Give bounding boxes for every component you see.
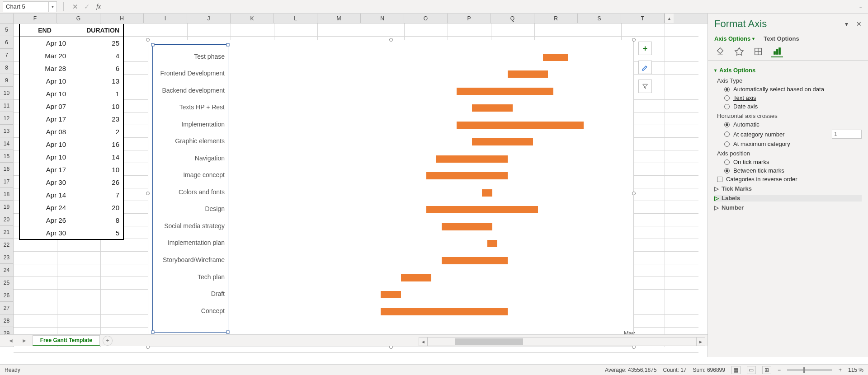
- table-row[interactable]: Apr 1710: [20, 163, 123, 176]
- table-row[interactable]: Apr 1013: [20, 75, 123, 87]
- hx-category-input[interactable]: [832, 130, 862, 139]
- name-box-dropdown-icon[interactable]: ▾: [48, 2, 57, 12]
- resize-handle[interactable]: [146, 38, 150, 42]
- row-header[interactable]: 27: [0, 302, 13, 314]
- zoom-slider[interactable]: [787, 369, 832, 371]
- row-header[interactable]: 17: [0, 175, 13, 188]
- zoom-level[interactable]: 115 %: [848, 367, 863, 373]
- row-header[interactable]: 15: [0, 150, 13, 163]
- radio-ap-between[interactable]: Between tick marks: [724, 167, 862, 174]
- row-header[interactable]: 10: [0, 87, 13, 99]
- gantt-bar[interactable]: [457, 122, 584, 129]
- axis-handle[interactable]: [151, 331, 155, 334]
- gantt-chart-object[interactable]: Test phaseFrontend DevelopmentBackend de…: [148, 40, 634, 347]
- row-header[interactable]: 14: [0, 137, 13, 150]
- column-header[interactable]: G: [57, 14, 100, 23]
- size-properties-icon[interactable]: [752, 46, 764, 57]
- select-all-corner[interactable]: [0, 14, 14, 23]
- column-header[interactable]: I: [144, 14, 187, 23]
- row-header[interactable]: 8: [0, 61, 13, 74]
- row-header[interactable]: 12: [0, 112, 13, 125]
- row-header[interactable]: 25: [0, 277, 13, 289]
- table-row[interactable]: Apr 1014: [20, 150, 123, 163]
- hscroll-right-icon[interactable]: ►: [696, 337, 705, 346]
- radio-axis-text[interactable]: Text axis: [724, 94, 862, 101]
- column-header[interactable]: P: [448, 14, 491, 23]
- gantt-bar[interactable]: [508, 70, 548, 78]
- section-axis-options[interactable]: ▾Axis Options: [714, 67, 862, 74]
- radio-hx-max[interactable]: At maximum category: [724, 141, 862, 147]
- gantt-bar[interactable]: [457, 88, 553, 95]
- row-header[interactable]: 19: [0, 201, 13, 213]
- zoom-out-button[interactable]: −: [778, 367, 781, 373]
- table-row[interactable]: Apr 3026: [20, 176, 123, 188]
- horizontal-scrollbar[interactable]: ⋮ ◄ ►: [416, 337, 705, 346]
- axis-options-icon[interactable]: [771, 46, 783, 57]
- row-header[interactable]: 13: [0, 125, 13, 137]
- row-header[interactable]: 24: [0, 264, 13, 277]
- table-row[interactable]: Apr 082: [20, 125, 123, 138]
- row-header[interactable]: 21: [0, 226, 13, 239]
- gantt-bar[interactable]: [401, 274, 431, 281]
- row-header[interactable]: 20: [0, 213, 13, 226]
- table-row[interactable]: Apr 305: [20, 226, 123, 239]
- table-row[interactable]: Apr 2420: [20, 201, 123, 214]
- pane-close-icon[interactable]: ✕: [856, 20, 862, 28]
- column-header[interactable]: T: [621, 14, 665, 23]
- column-header[interactable]: R: [534, 14, 578, 23]
- gantt-bar[interactable]: [426, 172, 508, 179]
- name-box-wrap[interactable]: Chart 5 ▾: [3, 1, 57, 12]
- table-row[interactable]: Apr 1025: [20, 37, 123, 49]
- row-header[interactable]: 22: [0, 239, 13, 251]
- row-header[interactable]: 7: [0, 49, 13, 61]
- gantt-bar[interactable]: [472, 104, 513, 112]
- row-header[interactable]: 18: [0, 188, 13, 201]
- table-row[interactable]: Apr 147: [20, 188, 123, 201]
- tab-text-options[interactable]: Text Options: [764, 35, 799, 42]
- column-header[interactable]: S: [578, 14, 621, 23]
- table-row[interactable]: Apr 0710: [20, 100, 123, 112]
- resize-handle[interactable]: [632, 38, 636, 42]
- column-header[interactable]: M: [317, 14, 361, 23]
- zoom-in-button[interactable]: +: [839, 367, 842, 373]
- section-tick-marks[interactable]: ▷Tick Marks: [714, 185, 862, 192]
- gantt-bar[interactable]: [442, 257, 508, 264]
- row-header[interactable]: 16: [0, 163, 13, 175]
- expand-formula-bar-icon[interactable]: ⌄: [855, 4, 865, 9]
- table-row[interactable]: Mar 286: [20, 62, 123, 75]
- column-header[interactable]: N: [361, 14, 404, 23]
- enter-icon[interactable]: ✓: [82, 2, 92, 12]
- gantt-bar[interactable]: [436, 155, 507, 163]
- section-number[interactable]: ▷Number: [714, 204, 862, 211]
- zoom-slider-thumb[interactable]: [803, 367, 805, 373]
- name-box[interactable]: Chart 5: [3, 2, 48, 12]
- effects-icon[interactable]: [733, 46, 745, 57]
- row-header[interactable]: 23: [0, 251, 13, 264]
- radio-hx-category[interactable]: At category number: [724, 130, 862, 139]
- hscroll-thumb[interactable]: [455, 338, 523, 345]
- fill-line-icon[interactable]: [714, 46, 726, 57]
- row-header[interactable]: 26: [0, 289, 13, 302]
- row-header[interactable]: 28: [0, 314, 13, 327]
- chart-filters-button[interactable]: [638, 80, 652, 93]
- gantt-bar[interactable]: [381, 291, 401, 298]
- table-row[interactable]: Apr 1723: [20, 112, 123, 125]
- checkbox-reverse-categories[interactable]: Categories in reverse order: [717, 176, 862, 183]
- radio-hx-auto[interactable]: Automatic: [724, 121, 862, 128]
- view-normal-icon[interactable]: ▦: [731, 366, 741, 374]
- row-header[interactable]: 11: [0, 99, 13, 112]
- gantt-bar[interactable]: [543, 54, 568, 61]
- table-row[interactable]: Mar 204: [20, 49, 123, 62]
- gantt-bar[interactable]: [482, 189, 492, 197]
- radio-ap-tick[interactable]: On tick marks: [724, 159, 862, 165]
- column-header[interactable]: H: [100, 14, 144, 23]
- column-header[interactable]: J: [187, 14, 231, 23]
- column-header[interactable]: L: [274, 14, 317, 23]
- column-header[interactable]: O: [404, 14, 448, 23]
- table-row[interactable]: Apr 268: [20, 214, 123, 226]
- hscroll-left-icon[interactable]: ◄: [419, 337, 428, 346]
- vscroll-up-icon[interactable]: ▲: [665, 14, 674, 23]
- fx-icon[interactable]: fx: [94, 2, 104, 12]
- resize-handle[interactable]: [632, 192, 636, 195]
- row-header[interactable]: 6: [0, 36, 13, 49]
